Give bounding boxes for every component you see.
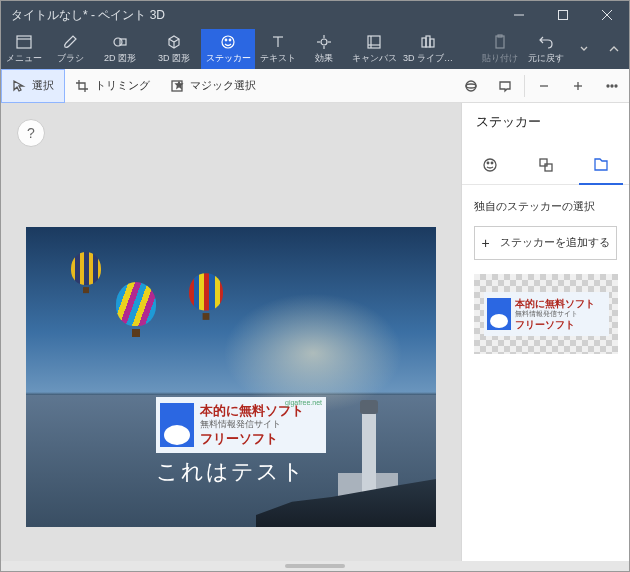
panel-tab-custom[interactable] — [573, 145, 629, 184]
canvas-text[interactable]: これはテスト — [156, 457, 306, 487]
tab-3d-library-label: 3D ライブ… — [403, 52, 453, 65]
tab-3d-label: 3D 図形 — [158, 52, 190, 65]
shape2d-icon — [112, 34, 128, 50]
svg-point-32 — [607, 85, 609, 87]
tab-3d-library[interactable]: 3D ライブ… — [401, 29, 455, 69]
select-tool[interactable]: 選択 — [1, 69, 65, 103]
tab-effects[interactable]: 効果 — [301, 29, 347, 69]
menu-icon — [16, 34, 32, 50]
sticker-line2: フリーソフト — [200, 431, 304, 447]
svg-rect-21 — [422, 38, 426, 47]
placed-sticker[interactable]: 本的に無料ソフト 無料情報発信サイト フリーソフト gigafree.net — [156, 397, 326, 453]
titlebar: タイトルなし* - ペイント 3D — [1, 1, 629, 29]
effects-icon — [316, 34, 332, 50]
side-panel: ステッカー 独自のステッカーの選択 + ステッカーを追加する 本 — [461, 103, 629, 561]
history-dropdown[interactable] — [569, 29, 599, 69]
sticker-icon — [220, 34, 236, 50]
brush-icon — [62, 34, 78, 50]
svg-point-37 — [491, 162, 493, 164]
svg-point-28 — [466, 84, 476, 88]
zoom-out-button[interactable] — [527, 69, 561, 103]
svg-point-10 — [229, 39, 231, 41]
tab-effects-label: 効果 — [315, 52, 333, 65]
svg-rect-4 — [17, 36, 31, 48]
svg-rect-18 — [368, 36, 380, 48]
magic-select-tool[interactable]: マジック選択 — [160, 69, 266, 103]
paste-icon — [492, 34, 508, 50]
svg-point-27 — [466, 81, 476, 91]
magic-label: マジック選択 — [190, 78, 256, 93]
tab-sticker[interactable]: ステッカー — [201, 29, 255, 69]
horizontal-scrollbar[interactable] — [1, 561, 629, 571]
zoom-in-button[interactable] — [561, 69, 595, 103]
tab-text-label: テキスト — [260, 52, 296, 65]
help-button[interactable]: ? — [17, 119, 45, 147]
add-sticker-button[interactable]: + ステッカーを追加する — [474, 226, 617, 260]
undo-label: 元に戻す — [528, 52, 564, 65]
sticker-thumbnail[interactable]: 本的に無料ソフト 無料情報発信サイト フリーソフト — [474, 274, 618, 354]
maximize-button[interactable] — [541, 1, 585, 29]
crop-label: トリミング — [95, 78, 150, 93]
tab-3d-shapes[interactable]: 3D 図形 — [147, 29, 201, 69]
close-button[interactable] — [585, 1, 629, 29]
library-icon — [420, 34, 436, 50]
svg-rect-22 — [426, 36, 430, 47]
minimize-button[interactable] — [497, 1, 541, 29]
undo-button[interactable]: 元に戻す — [523, 29, 569, 69]
window-title: タイトルなし* - ペイント 3D — [1, 7, 497, 24]
canvas-area[interactable]: ? 本的に無料ソフト 無料情報発信サイト フリーソフト gigaf — [1, 103, 461, 561]
thumb-line1: 本的に無料ソフト — [515, 298, 595, 310]
canvas-icon — [366, 34, 382, 50]
plus-icon: + — [481, 235, 489, 251]
sticker-corner: gigafree.net — [285, 399, 322, 406]
sticker-logo-icon — [160, 403, 194, 447]
svg-rect-39 — [545, 164, 552, 171]
shape3d-icon — [166, 34, 182, 50]
tab-canvas-label: キャンバス — [352, 52, 397, 65]
panel-title: ステッカー — [462, 103, 629, 145]
tab-2d-label: 2D 図形 — [104, 52, 136, 65]
svg-point-34 — [615, 85, 617, 87]
toolbar: 選択 トリミング マジック選択 — [1, 69, 629, 103]
tab-sticker-label: ステッカー — [206, 52, 251, 65]
svg-rect-23 — [430, 39, 434, 47]
balloon-graphic — [71, 252, 101, 293]
select-label: 選択 — [32, 78, 54, 93]
svg-rect-38 — [540, 159, 547, 166]
crop-tool[interactable]: トリミング — [65, 69, 160, 103]
panel-tabs — [462, 145, 629, 185]
tab-brush-label: ブラシ — [57, 52, 84, 65]
tab-menu-label: メニュー — [6, 52, 42, 65]
more-button[interactable] — [595, 69, 629, 103]
paste-button[interactable]: 貼り付け — [477, 29, 523, 69]
thumb-line2: フリーソフト — [515, 319, 595, 331]
svg-rect-24 — [496, 36, 504, 48]
lighthouse-graphic — [362, 412, 376, 497]
add-sticker-label: ステッカーを追加する — [500, 236, 610, 250]
section-label: 独自のステッカーの選択 — [474, 199, 617, 214]
svg-point-8 — [222, 36, 234, 48]
paste-label: 貼り付け — [482, 52, 518, 65]
tab-text[interactable]: テキスト — [255, 29, 301, 69]
view-3d-button[interactable] — [454, 69, 488, 103]
balloon-graphic — [116, 282, 156, 337]
svg-point-33 — [611, 85, 613, 87]
ribbon: メニュー ブラシ 2D 図形 3D 図形 ステッカー テキスト 効果 キャンバ — [1, 29, 629, 69]
sticker-sub: 無料情報発信サイト — [200, 419, 304, 430]
tab-2d-shapes[interactable]: 2D 図形 — [93, 29, 147, 69]
svg-rect-1 — [559, 11, 568, 20]
tab-brush[interactable]: ブラシ — [47, 29, 93, 69]
thumb-logo-icon — [487, 298, 511, 330]
canvas-image[interactable]: 本的に無料ソフト 無料情報発信サイト フリーソフト gigafree.net こ… — [26, 227, 436, 527]
mixed-reality-button[interactable] — [488, 69, 522, 103]
tab-menu[interactable]: メニュー — [1, 29, 47, 69]
balloon-graphic — [189, 273, 223, 320]
panel-tab-textures[interactable] — [518, 145, 574, 184]
svg-point-13 — [321, 39, 327, 45]
panel-tab-shapes[interactable] — [462, 145, 518, 184]
thumb-sub: 無料情報発信サイト — [515, 309, 595, 319]
svg-point-35 — [484, 159, 496, 171]
tab-canvas[interactable]: キャンバス — [347, 29, 401, 69]
collapse-ribbon[interactable] — [599, 29, 629, 69]
text-icon — [270, 34, 286, 50]
